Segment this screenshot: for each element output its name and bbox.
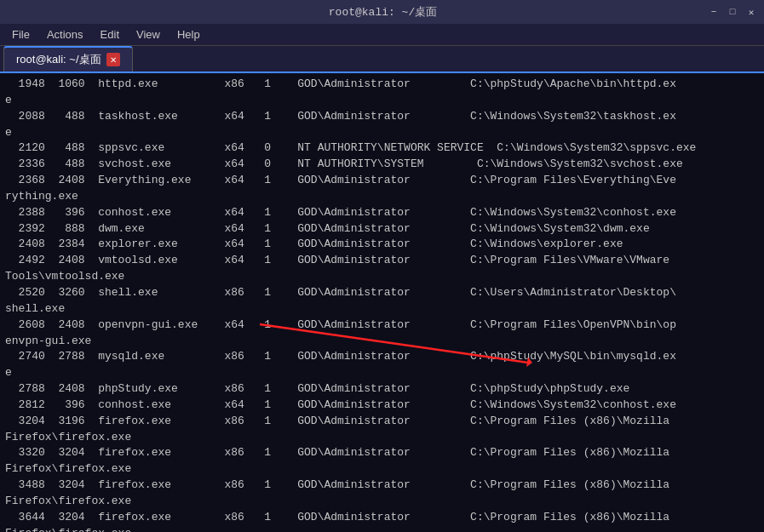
terminal-line: 2120 488 sppsvc.exe x64 0 NT AUTHORITY\N… [5, 140, 759, 157]
terminal-line: 3320 3204 firefox.exe x86 1 GOD\Administ… [5, 445, 759, 461]
terminal-content: 1948 1060 httpd.exe x86 1 GOD\Administra… [0, 73, 764, 532]
terminal-line: Tools\vmtoolsd.exe [5, 269, 759, 285]
terminal-line: Firefox\firefox.exe [5, 461, 759, 478]
terminal-line: e [5, 365, 759, 381]
terminal-line: Firefox\firefox.exe [5, 430, 759, 446]
terminal-line: envpn-gui.exe [5, 334, 759, 350]
terminal-line: Firefox\firefox.exe [5, 526, 759, 532]
terminal-line: 2788 2408 phpStudy.exe x86 1 GOD\Adminis… [5, 381, 759, 398]
terminal-line: shell.exe [5, 301, 759, 317]
window-controls: − □ ✕ [708, 6, 757, 18]
menu-bar: FileActionsEditViewHelp [0, 24, 764, 46]
terminal-line: 2492 2408 vmtoolsd.exe x64 1 GOD\Adminis… [5, 253, 759, 269]
terminal-line: 2336 488 svchost.exe x64 0 NT AUTHORITY\… [5, 157, 759, 173]
menu-actions[interactable]: Actions [38, 26, 92, 43]
tab-bar: root@kali: ~/桌面 ✕ [0, 46, 764, 73]
terminal-line: 3204 3196 firefox.exe x86 1 GOD\Administ… [5, 414, 759, 430]
terminal-line: e [5, 93, 759, 109]
terminal-line: 2408 2384 explorer.exe x64 1 GOD\Adminis… [5, 237, 759, 253]
terminal-line: 1948 1060 httpd.exe x86 1 GOD\Administra… [5, 77, 759, 93]
minimize-button[interactable]: − [708, 6, 720, 18]
tab-label: root@kali: ~/桌面 [16, 52, 101, 67]
terminal-line: 3488 3204 firefox.exe x86 1 GOD\Administ… [5, 478, 759, 494]
menu-file[interactable]: File [3, 26, 38, 43]
terminal-line: 2740 2788 mysqld.exe x86 1 GOD\Administr… [5, 349, 759, 365]
maximize-button[interactable]: □ [727, 6, 738, 18]
terminal-line: 2088 488 taskhost.exe x64 1 GOD\Administ… [5, 109, 759, 125]
terminal-line: 2520 3260 shell.exe x86 1 GOD\Administra… [5, 285, 759, 301]
close-button[interactable]: ✕ [745, 6, 757, 18]
terminal-line: 2392 888 dwm.exe x64 1 GOD\Administrator… [5, 221, 759, 237]
terminal-line: rything.exe [5, 189, 759, 205]
menu-edit[interactable]: Edit [92, 26, 128, 43]
terminal-tab[interactable]: root@kali: ~/桌面 ✕ [3, 46, 133, 72]
tab-close-button[interactable]: ✕ [106, 53, 120, 66]
terminal-line: 2608 2408 openvpn-gui.exe x64 1 GOD\Admi… [5, 317, 759, 334]
terminal-line: e [5, 125, 759, 141]
menu-view[interactable]: View [128, 26, 169, 43]
terminal-line: Firefox\firefox.exe [5, 494, 759, 510]
terminal-line: 2812 396 conhost.exe x64 1 GOD\Administr… [5, 398, 759, 414]
terminal-line: 2388 396 conhost.exe x64 1 GOD\Administr… [5, 205, 759, 221]
terminal-line: 3644 3204 firefox.exe x86 1 GOD\Administ… [5, 510, 759, 526]
window-title: root@kali: ~/桌面 [58, 4, 708, 20]
terminal-lines: 1948 1060 httpd.exe x86 1 GOD\Administra… [5, 77, 759, 532]
menu-help[interactable]: Help [169, 26, 209, 43]
terminal-line: 2368 2408 Everything.exe x64 1 GOD\Admin… [5, 173, 759, 189]
title-bar: root@kali: ~/桌面 − □ ✕ [0, 0, 764, 24]
